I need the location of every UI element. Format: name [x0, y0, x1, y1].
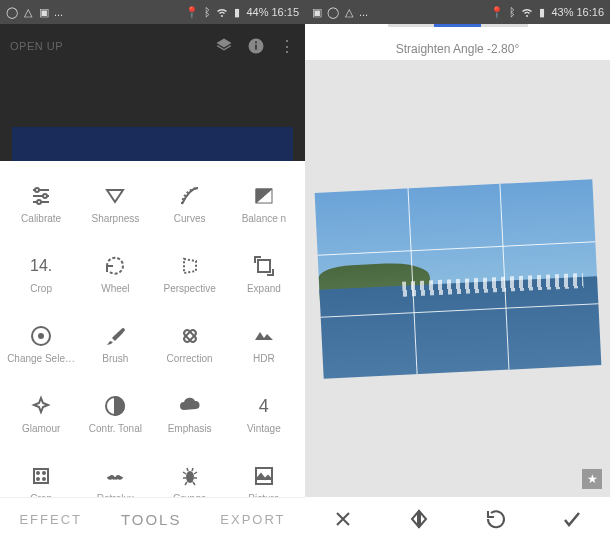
- bluetooth-icon: ᛒ: [201, 6, 213, 18]
- tool-vintage[interactable]: 4 Vintage: [227, 379, 301, 449]
- tool-selective[interactable]: Change Selective: [4, 309, 78, 379]
- status-bar: ▣ ◯ △ ... 📍 ᛒ ▮ 43% 16:16: [305, 0, 610, 24]
- tool-label: HDR: [253, 353, 275, 364]
- tool-glamour[interactable]: Glamour: [4, 379, 78, 449]
- clock: 16:16: [576, 6, 604, 18]
- svg-point-19: [37, 478, 39, 480]
- svg-point-8: [37, 200, 41, 204]
- tool-hdr[interactable]: HDR: [227, 309, 301, 379]
- picture-icon: ▣: [311, 6, 323, 18]
- location-icon: 📍: [491, 6, 503, 18]
- tool-grunge[interactable]: Grunge: [153, 449, 227, 497]
- rotate-button[interactable]: [484, 507, 508, 531]
- tool-label: Expand: [247, 283, 281, 294]
- tool-balance[interactable]: Balance n: [227, 169, 301, 239]
- straighten-header: Straighten Angle -2.80°: [305, 24, 610, 60]
- confirm-button[interactable]: [560, 507, 584, 531]
- tool-curves[interactable]: Curves: [153, 169, 227, 239]
- tool-emphasis[interactable]: Emphasis: [153, 379, 227, 449]
- battery-percent: 43%: [551, 6, 573, 18]
- close-button[interactable]: [331, 507, 355, 531]
- bottom-nav: EFFECT TOOLS EXPORT: [0, 497, 305, 541]
- svg-point-2: [255, 41, 257, 43]
- sliders-icon: [29, 184, 53, 208]
- tool-crop[interactable]: 14. Crop: [4, 239, 78, 309]
- tool-correction[interactable]: Correction: [153, 309, 227, 379]
- action-bar: [305, 497, 610, 541]
- tool-crop2[interactable]: Crop: [4, 449, 78, 497]
- tool-label: Balance n: [242, 213, 286, 224]
- layers-icon[interactable]: [215, 37, 233, 55]
- triangle-down-icon: [103, 184, 127, 208]
- location-icon: 📍: [186, 6, 198, 18]
- svg-rect-1: [255, 45, 257, 50]
- tool-wheel[interactable]: Wheel: [78, 239, 152, 309]
- curve-icon: [178, 184, 202, 208]
- tool-perspective[interactable]: Perspective: [153, 239, 227, 309]
- photo-preview[interactable]: [314, 179, 601, 378]
- svg-point-12: [39, 334, 43, 338]
- tab-effect[interactable]: EFFECT: [19, 512, 82, 527]
- angle-label: Straighten Angle -2.80°: [396, 42, 520, 60]
- flip-button[interactable]: [407, 507, 431, 531]
- tool-label: Curves: [174, 213, 206, 224]
- wb-icon: [252, 184, 276, 208]
- tool-brush[interactable]: Brush: [78, 309, 152, 379]
- image-preview[interactable]: [12, 127, 293, 161]
- clock: 16:15: [271, 6, 299, 18]
- tab-2[interactable]: [434, 24, 481, 27]
- circle-icon: ◯: [6, 6, 18, 18]
- svg-point-17: [37, 472, 39, 474]
- tool-expand[interactable]: Expand: [227, 239, 301, 309]
- tool-picture[interactable]: Picture: [227, 449, 301, 497]
- svg-point-7: [43, 194, 47, 198]
- svg-point-20: [43, 478, 45, 480]
- svg-point-6: [35, 188, 39, 192]
- app-icon: ▣: [38, 6, 50, 18]
- tab-3[interactable]: [481, 24, 528, 27]
- left-phone-screen: ◯ △ ▣ ... 📍 ᛒ ▮ 44% 16:15 OPEN UP: [0, 0, 305, 541]
- tab-1[interactable]: [388, 24, 435, 27]
- svg-point-21: [186, 471, 194, 483]
- circle-icon: ◯: [327, 6, 339, 18]
- svg-rect-10: [258, 260, 270, 272]
- tab-export[interactable]: EXPORT: [220, 512, 285, 527]
- status-bar: ◯ △ ▣ ... 📍 ᛒ ▮ 44% 16:15: [0, 0, 305, 24]
- more-vert-icon[interactable]: ⋮: [279, 37, 295, 56]
- tool-retrolux[interactable]: Retrolux: [78, 449, 152, 497]
- tool-label: Change Selective: [7, 353, 75, 364]
- mode-tabs: [388, 24, 528, 27]
- tool-label: Perspective: [164, 283, 216, 294]
- number-icon: 14.: [29, 254, 53, 278]
- preview-area: OPEN UP ⋮: [0, 24, 305, 161]
- rotate-icon: [103, 254, 127, 278]
- sparkle-icon: [29, 394, 53, 418]
- tool-label: Crop: [30, 283, 52, 294]
- bug-icon: [178, 464, 202, 488]
- triangle-icon: △: [22, 6, 34, 18]
- dice-icon: [29, 464, 53, 488]
- bookmark-button[interactable]: ★: [582, 469, 602, 489]
- app-title: OPEN UP: [10, 40, 63, 52]
- triangle-icon: △: [343, 6, 355, 18]
- wifi-icon: [521, 6, 533, 18]
- tool-sharpness[interactable]: Sharpness: [78, 169, 152, 239]
- signal-icon: ▮: [231, 6, 243, 18]
- tool-label: Contr. Tonal: [89, 423, 142, 434]
- info-icon[interactable]: [247, 37, 265, 55]
- brush-icon: [103, 324, 127, 348]
- mustache-icon: [103, 464, 127, 488]
- right-phone-screen: ▣ ◯ △ ... 📍 ᛒ ▮ 43% 16:16 Straighten Ang…: [305, 0, 610, 541]
- tool-label: Correction: [167, 353, 213, 364]
- tool-label: Vintage: [247, 423, 281, 434]
- bluetooth-icon: ᛒ: [506, 6, 518, 18]
- notif-dots: ...: [359, 6, 368, 18]
- tool-tonal[interactable]: Contr. Tonal: [78, 379, 152, 449]
- contrast-icon: [103, 394, 127, 418]
- tab-tools[interactable]: TOOLS: [121, 511, 182, 528]
- hdr-icon: [252, 324, 276, 348]
- edit-canvas[interactable]: ★: [305, 60, 610, 497]
- tool-label: Wheel: [101, 283, 129, 294]
- tool-calibrate[interactable]: Calibrate: [4, 169, 78, 239]
- tool-label: Emphasis: [168, 423, 212, 434]
